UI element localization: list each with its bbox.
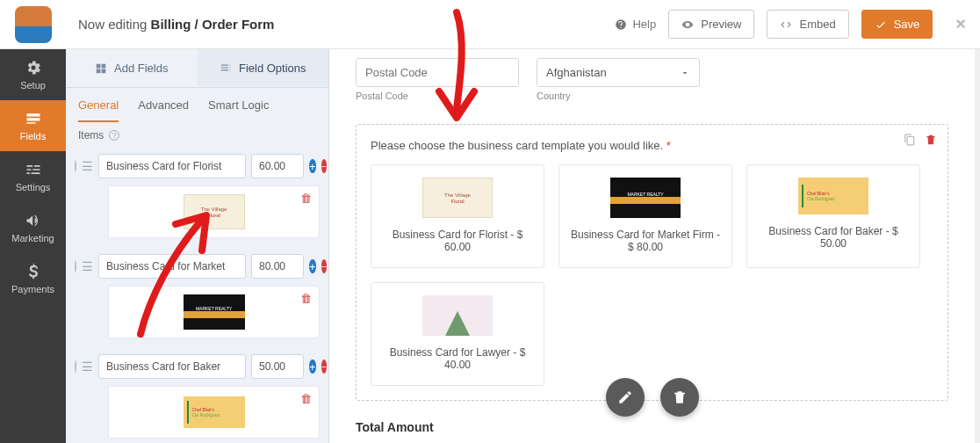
- tab-field-options-label: Field Options: [239, 62, 306, 75]
- question-text: Please choose the business card template…: [371, 139, 663, 152]
- add-item-button[interactable]: +: [309, 259, 316, 273]
- drag-handle-icon[interactable]: ☰: [82, 360, 93, 373]
- edit-fab[interactable]: [606, 378, 645, 417]
- country-label: Country: [537, 91, 700, 101]
- help-label: Help: [632, 18, 656, 31]
- item-row: ☰ + − The VillageFloral 🗑: [75, 149, 320, 238]
- help-link[interactable]: Help: [615, 18, 656, 31]
- card-option[interactable]: The VillageFloral Business Card for Flor…: [371, 164, 544, 268]
- nav-fields[interactable]: Fields: [0, 100, 66, 151]
- nav-setup[interactable]: Setup: [0, 49, 66, 100]
- close-button[interactable]: ×: [955, 14, 966, 34]
- top-bar: Now editing Billing / Order Form Help Pr…: [0, 0, 980, 49]
- subtab-general[interactable]: General: [78, 98, 119, 122]
- tab-add-fields[interactable]: Add Fields: [66, 49, 198, 87]
- add-item-button[interactable]: +: [309, 159, 316, 173]
- item-thumbnail[interactable]: MARKET REALTY 🗑: [108, 286, 320, 338]
- postal-code-label: Postal Code: [356, 91, 519, 101]
- dollar-icon: [25, 263, 42, 280]
- item-thumbnail[interactable]: Chef Blair'sCia Rodriguez 🗑: [108, 386, 320, 439]
- question-block[interactable]: Please choose the business card template…: [356, 124, 948, 401]
- trash-icon: [925, 134, 937, 146]
- add-item-button[interactable]: +: [309, 359, 316, 374]
- item-price-input[interactable]: [251, 354, 304, 379]
- item-price-input[interactable]: [251, 254, 304, 279]
- remove-item-button[interactable]: −: [321, 259, 327, 273]
- card-caption: Business Card for Florist - $ 60.00: [378, 229, 537, 253]
- nav-setup-label: Setup: [20, 80, 46, 91]
- chevron-down-icon: [680, 68, 690, 78]
- remove-item-button[interactable]: −: [321, 359, 327, 374]
- card-option[interactable]: Business Card for Lawyer - $ 40.00: [371, 282, 544, 386]
- item-radio[interactable]: [75, 160, 76, 172]
- embed-label: Embed: [799, 18, 835, 31]
- nav-fields-label: Fields: [20, 131, 46, 142]
- embed-button[interactable]: Embed: [767, 10, 848, 39]
- items-header: Items ?: [66, 122, 328, 149]
- tab-add-fields-label: Add Fields: [114, 62, 168, 75]
- gear-icon: [25, 59, 42, 76]
- country-value: Afghanistan: [546, 66, 607, 79]
- delete-fab[interactable]: [660, 378, 699, 417]
- item-name-input[interactable]: [98, 354, 246, 379]
- card-caption: Business Card for Baker - $ 50.00: [754, 225, 912, 250]
- item-radio[interactable]: [75, 260, 76, 272]
- check-icon: [875, 18, 887, 31]
- item-radio[interactable]: [75, 360, 76, 373]
- nav-marketing[interactable]: Marketing: [0, 202, 66, 253]
- subtab-smart-logic[interactable]: Smart Logic: [208, 98, 269, 122]
- preview-label: Preview: [701, 18, 741, 31]
- drag-handle-icon[interactable]: ☰: [82, 260, 93, 272]
- nav-marketing-label: Marketing: [11, 233, 54, 243]
- trash-icon[interactable]: 🗑: [300, 292, 312, 305]
- nav-settings[interactable]: Settings: [0, 151, 66, 202]
- trash-icon[interactable]: 🗑: [300, 192, 312, 205]
- card-option[interactable]: Chef Blair'sCia Rodriguez Business Card …: [746, 164, 920, 268]
- item-name-input[interactable]: [98, 154, 246, 178]
- tab-field-options[interactable]: Field Options: [198, 49, 329, 87]
- form-icon: [25, 110, 42, 127]
- nav-payments[interactable]: Payments: [0, 253, 66, 304]
- item-row: ☰ + − MARKET REALTY 🗑: [75, 249, 320, 338]
- delete-button[interactable]: [925, 134, 937, 149]
- code-icon: [780, 18, 792, 31]
- duplicate-button[interactable]: [904, 134, 916, 149]
- drag-handle-icon[interactable]: ☰: [82, 160, 93, 172]
- postal-code-input[interactable]: [356, 58, 519, 87]
- editing-prefix: Now editing: [78, 17, 147, 32]
- bullhorn-icon: [25, 212, 42, 229]
- subtab-advanced[interactable]: Advanced: [138, 98, 189, 122]
- canvas-wrap: Postal Code Afghanistan Country: [329, 49, 980, 443]
- sliders-icon: [25, 161, 42, 178]
- item-name-input[interactable]: [98, 254, 246, 279]
- card-caption: Business Card for Market Firm - $ 80.00: [566, 229, 724, 253]
- side-panel: Add Fields Field Options General Advance…: [66, 49, 329, 443]
- editing-title: Now editing Billing / Order Form: [78, 17, 274, 32]
- card-caption: Business Card for Lawyer - $ 40.00: [378, 346, 537, 371]
- save-label: Save: [894, 18, 920, 31]
- items-list[interactable]: ☰ + − The VillageFloral 🗑 ☰: [66, 149, 328, 443]
- save-button[interactable]: Save: [861, 10, 933, 39]
- app-logo: [0, 6, 66, 43]
- required-mark: *: [667, 139, 671, 152]
- country-select[interactable]: Afghanistan: [537, 58, 700, 87]
- copy-icon: [904, 134, 916, 146]
- preview-button[interactable]: Preview: [668, 10, 754, 39]
- form-name: Billing / Order Form: [151, 17, 275, 32]
- eye-icon: [681, 18, 694, 31]
- pencil-icon: [617, 389, 633, 405]
- nav-payments-label: Payments: [11, 284, 54, 294]
- trash-icon[interactable]: 🗑: [300, 392, 312, 405]
- info-icon[interactable]: ?: [109, 130, 119, 141]
- item-price-input[interactable]: [251, 154, 304, 178]
- form-canvas[interactable]: Postal Code Afghanistan Country: [329, 49, 975, 443]
- remove-item-button[interactable]: −: [321, 159, 327, 173]
- total-label: Total Amount: [356, 420, 948, 434]
- item-thumbnail[interactable]: The VillageFloral 🗑: [108, 185, 320, 238]
- item-row: ☰ + − Chef Blair'sCia Rodriguez 🗑: [75, 349, 320, 439]
- trash-icon: [672, 389, 688, 405]
- left-nav: Setup Fields Settings Marketing Payments: [0, 49, 66, 443]
- options-icon: [220, 62, 232, 74]
- card-option[interactable]: MARKET REALTY Business Card for Market F…: [558, 164, 732, 268]
- plus-grid-icon: [95, 62, 107, 75]
